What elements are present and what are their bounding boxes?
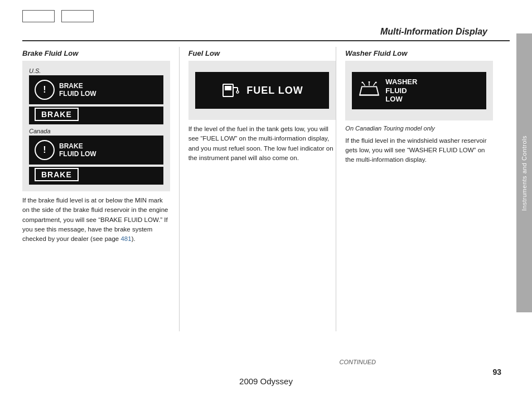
brake-fluid-text-us: BRAKE FLUID LOW [59,82,96,98]
col-washer: Washer Fluid Low WAS [336,47,510,331]
washer-fluid-icon [357,81,381,99]
col-fuel: Fuel Low FUEL LOW If the level of the fu… [180,47,337,331]
washer-line3: LOW [385,95,417,104]
main-content: Brake Fluid Low U.S. ! BRAKE FLUID LOW B… [22,41,510,331]
brake-word-us: BRAKE [35,108,79,121]
right-sidebar: Instruments and Controls [516,33,532,312]
washer-line1: WASHER [385,78,417,86]
svg-point-10 [362,82,364,84]
title-area: Multi-Information Display [22,27,510,41]
brake-display-us: ! BRAKE FLUID LOW [29,75,163,104]
svg-line-7 [363,83,365,86]
continued-text: CONTINUED [0,359,515,365]
brake-exclaim-icon-ca: ! [43,145,46,155]
brake-line2: FLUID LOW [59,90,96,98]
col1-page-link[interactable]: 481 [120,235,131,242]
col2-title: Fuel Low [188,49,336,57]
sidebar-text: Instruments and Controls [521,136,528,211]
brake-fluid-text-ca: BRAKE FLUID LOW [59,142,96,158]
footer-title: 2009 Odyssey [239,376,293,386]
col3-body: If the fluid level in the windshield was… [345,136,493,165]
col1-body-text: If the brake fluid level is at or below … [22,197,168,242]
svg-rect-1 [225,86,231,90]
brake-exclaim-icon: ! [43,85,46,95]
brake-text-us: BRAKE FLUID LOW [59,82,96,98]
brake-display-canada: ! BRAKE FLUID LOW [29,136,163,165]
col3-title: Washer Fluid Low [345,49,493,57]
brake-line1-ca: BRAKE [59,142,96,150]
brake-display-box: U.S. ! BRAKE FLUID LOW BRAKE Canada [22,61,170,191]
brake-line1: BRAKE [59,82,96,90]
washer-line2: FLUID [385,86,417,95]
brake-line2-ca: FLUID LOW [59,150,96,158]
col2-body: If the level of the fuel in the tank get… [188,124,336,163]
nav-btn-1[interactable] [22,10,55,22]
canada-label: Canada [29,128,163,134]
svg-point-4 [236,91,239,93]
fuel-display-box: FUEL LOW [188,61,336,120]
brake-icon-canada: ! [35,140,55,160]
svg-point-11 [369,81,370,83]
col1-body: If the brake fluid level is at or below … [22,196,170,244]
washer-display: WASHER FLUID LOW [352,72,486,109]
col1-title: Brake Fluid Low [22,49,170,57]
washer-display-box: WASHER FLUID LOW [345,61,493,120]
fuel-pump-icon [221,80,242,101]
fuel-text: FUEL LOW [246,85,303,96]
washer-text: WASHER FLUID LOW [385,78,417,104]
col1-body-end: ). [132,235,136,242]
page-number: 93 [492,368,501,376]
nav-btn-2[interactable] [61,10,94,22]
col-brake-fluid: Brake Fluid Low U.S. ! BRAKE FLUID LOW B… [22,47,180,331]
svg-point-12 [375,82,377,84]
fuel-display: FUEL LOW [195,72,330,109]
col3-italic-note: On Canadian Touring model only [345,125,493,132]
brake-word-ca: BRAKE [35,168,79,181]
brake-word-row-us: BRAKE [29,107,163,124]
svg-line-9 [374,83,376,86]
page-title: Multi-Information Display [22,27,487,37]
top-nav [0,0,532,27]
footer-continued: CONTINUED [0,359,515,365]
us-label: U.S. [29,67,163,74]
brake-word-row-ca: BRAKE [29,167,163,185]
brake-icon-us: ! [35,80,55,100]
brake-text-canada: BRAKE FLUID LOW [59,142,96,158]
